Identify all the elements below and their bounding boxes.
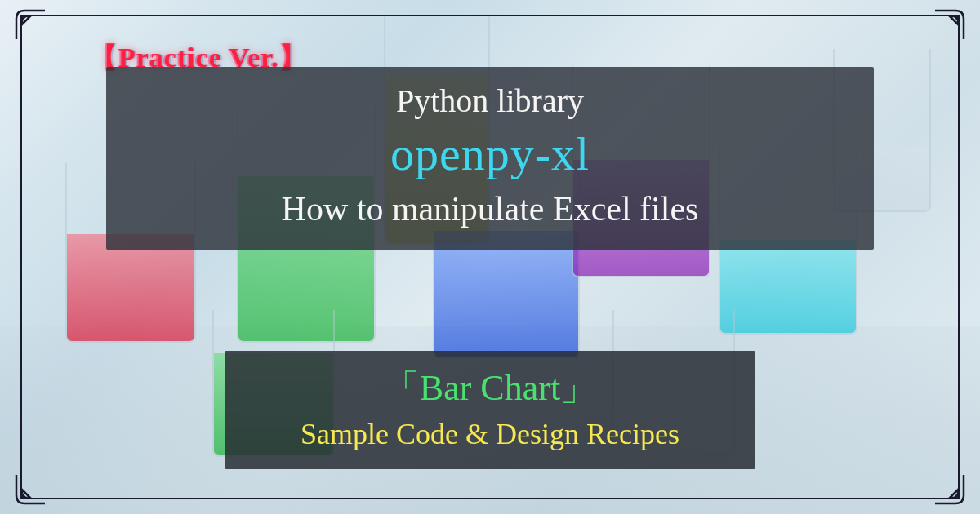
title-howto-line: How to manipulate Excel files xyxy=(131,189,849,228)
frame-corner-icon xyxy=(12,471,49,507)
frame-corner-icon xyxy=(931,471,968,507)
sub-title-banner: 「Bar Chart」 Sample Code & Design Recipes xyxy=(225,351,755,469)
frame-corner-icon xyxy=(931,7,968,43)
subtitle-chart-type: 「Bar Chart」 xyxy=(241,364,739,412)
frame-corner-icon xyxy=(12,7,49,43)
title-package-name: openpy-xl xyxy=(131,126,849,181)
main-title-banner: Python library openpy-xl How to manipula… xyxy=(106,67,874,250)
subtitle-sample-line: Sample Code & Design Recipes xyxy=(241,417,739,451)
title-library-line: Python library xyxy=(131,82,849,120)
